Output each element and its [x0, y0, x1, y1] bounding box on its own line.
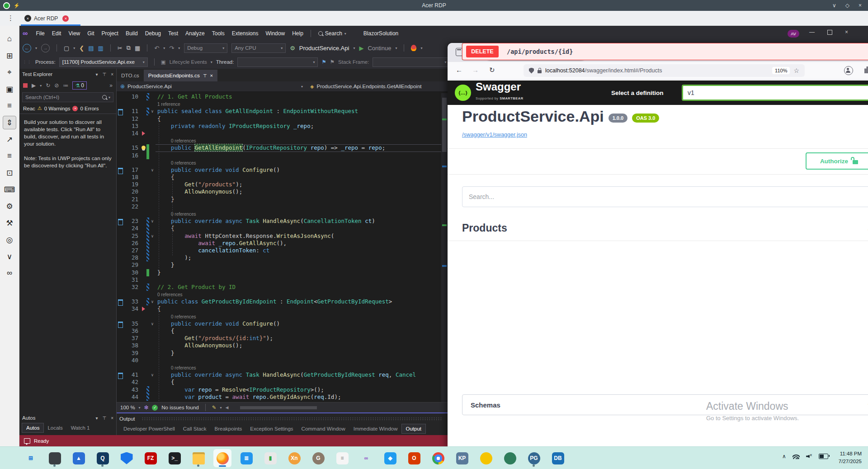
- menu-item[interactable]: View: [65, 29, 84, 38]
- disconnect-link-icon[interactable]: ∞: [3, 266, 16, 280]
- panel-tab[interactable]: Breakpoints: [211, 424, 246, 433]
- code-editor[interactable]: 10// 1. Get All Products1 reference11∨pu…: [117, 93, 448, 402]
- playlist-icon[interactable]: ≔: [63, 82, 68, 89]
- platform-dropdown[interactable]: Any CPU▾: [231, 43, 286, 53]
- navigate-forward-icon[interactable]: →: [41, 44, 50, 52]
- warnings-count[interactable]: 0 Warnings: [44, 106, 71, 111]
- chevron-down-icon[interactable]: ∨: [3, 250, 16, 263]
- test-search-input[interactable]: Search (Ctrl+I) ▾: [22, 92, 113, 102]
- database-tool-icon[interactable]: DB: [549, 449, 567, 467]
- open-folder-icon[interactable]: ❮: [79, 45, 84, 52]
- panel-dropdown-icon[interactable]: ▾: [95, 72, 98, 77]
- menu-item[interactable]: Help: [288, 29, 307, 38]
- menu-item[interactable]: Debug: [142, 29, 165, 38]
- vscode-icon[interactable]: ◆: [381, 449, 399, 467]
- close-icon[interactable]: ×: [111, 72, 113, 77]
- products-section-title[interactable]: Products: [462, 222, 507, 234]
- gimp-icon[interactable]: G: [309, 449, 327, 467]
- vs-close-icon[interactable]: ×: [845, 29, 848, 35]
- editor-tab[interactable]: DTO.cs: [117, 70, 144, 81]
- solution-config-dropdown[interactable]: Debug▾: [184, 43, 227, 53]
- menu-item[interactable]: Project: [98, 29, 122, 38]
- docker-app-icon[interactable]: ≣: [237, 449, 255, 467]
- flag2-icon[interactable]: ⚑: [330, 59, 335, 65]
- panel-tab[interactable]: Locals: [43, 423, 66, 432]
- paste-icon[interactable]: ▦: [135, 45, 140, 52]
- menu-item[interactable]: Git: [84, 29, 98, 38]
- url-bar[interactable]: localhost:52084/swagger/index.html#/Prod…: [524, 64, 805, 77]
- firefox-icon[interactable]: [213, 449, 231, 467]
- pin-icon[interactable]: ⊤: [102, 416, 106, 421]
- menu-item[interactable]: Analyze: [182, 29, 208, 38]
- tools-wrench-icon[interactable]: ⚒: [3, 216, 16, 230]
- edit-pen-icon[interactable]: ✎: [212, 404, 217, 411]
- stack-frame-dropdown[interactable]: ▾: [373, 57, 449, 67]
- cut-icon[interactable]: ✂: [118, 45, 123, 52]
- menu2-icon[interactable]: ≡: [3, 149, 16, 163]
- hot-reload-icon[interactable]: [411, 45, 416, 51]
- vs-minimize-icon[interactable]: —: [809, 29, 815, 35]
- process-dropdown[interactable]: [11700] ProductService.Api.exe▾: [59, 57, 148, 67]
- swagger-filter-input[interactable]: Search...: [462, 186, 868, 207]
- overflow-icon[interactable]: »: [109, 82, 113, 89]
- taskbar-clock[interactable]: 11:48 PM 7/27/2025: [839, 450, 862, 465]
- search-app-icon[interactable]: Q: [94, 449, 112, 467]
- pin-icon[interactable]: ⊤: [102, 72, 106, 77]
- save-icon[interactable]: ▤: [88, 45, 94, 52]
- copy-icon[interactable]: ⧉: [127, 44, 131, 52]
- vs-account-badge[interactable]: AV: [788, 30, 799, 38]
- live-share-icon[interactable]: ❇: [144, 404, 149, 411]
- defender-icon[interactable]: [118, 449, 136, 467]
- continue-play-icon[interactable]: ▶: [359, 45, 363, 52]
- test-count-filter[interactable]: ⚗ 0: [72, 81, 87, 90]
- postgresql-icon[interactable]: PG: [525, 449, 543, 467]
- new-file-icon[interactable]: ▢: [64, 45, 69, 52]
- notepad-icon[interactable]: ≡: [333, 449, 351, 467]
- resize-icon[interactable]: ↗: [3, 133, 16, 146]
- panel-tab[interactable]: Exception Settings: [246, 424, 297, 433]
- menu-item[interactable]: Build: [122, 29, 142, 38]
- errors-count[interactable]: 0 Errors: [80, 106, 99, 111]
- system-monitor-icon[interactable]: ▮: [261, 449, 279, 467]
- panel-tab[interactable]: Output: [402, 424, 426, 433]
- lifecycle-events-button[interactable]: Lifecycle Events: [170, 59, 207, 65]
- close-icon[interactable]: ×: [210, 73, 213, 78]
- endpoint-row[interactable]: DELETE /api/products/{id}: [462, 43, 868, 60]
- bookmark-star-icon[interactable]: ☆: [793, 67, 799, 74]
- undo-icon[interactable]: ↶: [154, 45, 159, 52]
- flag-icon[interactable]: ⚑: [321, 59, 326, 65]
- spec-link[interactable]: /swagger/v1/swagger.json: [462, 132, 527, 138]
- new-session-icon[interactable]: ⊞: [3, 49, 16, 62]
- hscroll-left-icon[interactable]: ◀: [225, 405, 228, 410]
- cancel-run-icon[interactable]: ⊘: [54, 82, 59, 89]
- thread-dropdown[interactable]: ▾: [237, 57, 318, 67]
- wifi-icon[interactable]: [793, 454, 800, 459]
- zoom-badge[interactable]: 110%: [772, 67, 790, 74]
- settings-gear-icon[interactable]: ⚙: [3, 199, 16, 213]
- definition-select[interactable]: v1: [682, 85, 868, 101]
- chrome-icon[interactable]: [429, 449, 447, 467]
- menu-item[interactable]: Extensions: [228, 29, 262, 38]
- authorize-button[interactable]: Authorize: [806, 152, 868, 170]
- back-icon[interactable]: ←: [456, 66, 462, 74]
- continue-button[interactable]: Continue: [368, 45, 391, 52]
- save-all-icon[interactable]: ▥: [98, 45, 104, 52]
- startup-project-dropdown[interactable]: ProductService.Api: [299, 45, 349, 52]
- file-explorer-icon[interactable]: [189, 449, 208, 467]
- rdp-session-close-icon[interactable]: ×: [62, 15, 69, 22]
- schemas-section[interactable]: Schemas: [462, 394, 868, 415]
- menu-item[interactable]: Edit: [48, 29, 65, 38]
- panel-tab[interactable]: Immediate Window: [349, 424, 402, 433]
- repeat-run-icon[interactable]: ↻: [46, 82, 50, 89]
- password-manager-icon[interactable]: KP: [453, 449, 471, 467]
- panel-tab[interactable]: Autos: [22, 423, 43, 432]
- monitors-icon[interactable]: ⊡: [3, 166, 16, 180]
- editor-scrollbar[interactable]: [441, 93, 448, 402]
- panel-tab[interactable]: Developer PowerShell: [119, 424, 179, 433]
- speaker-muted-icon[interactable]: [806, 454, 812, 459]
- focus-icon[interactable]: ⌖: [3, 66, 16, 79]
- forward-icon[interactable]: →: [472, 66, 479, 74]
- hidden-icons-chevron-icon[interactable]: ∧: [782, 453, 786, 460]
- solution-name[interactable]: BlazorSolution: [363, 30, 398, 37]
- panel-tab[interactable]: Watch 1: [67, 423, 94, 432]
